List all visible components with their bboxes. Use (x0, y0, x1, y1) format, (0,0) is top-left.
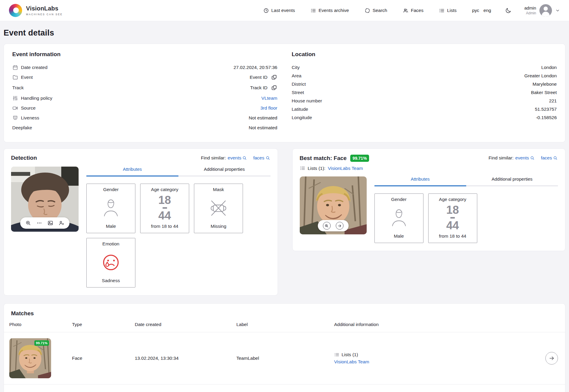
mask-missing-icon (207, 197, 230, 219)
arrow-right-icon (337, 224, 342, 228)
copy-icon (271, 74, 277, 81)
arrow-right-icon (549, 355, 555, 361)
nav-events-archive[interactable]: Events archive (310, 8, 349, 13)
best-match-tabs: Attributes Additional properties (374, 176, 558, 186)
list-icon (334, 352, 339, 357)
list-icon (439, 8, 445, 13)
brand-name: VisionLabs (26, 5, 63, 12)
tab-attributes[interactable]: Attributes (374, 176, 466, 186)
location-panel: Location CityLondon AreaGreater London D… (292, 51, 557, 134)
location-title: Location (292, 51, 557, 58)
image-icon (48, 220, 53, 226)
event-information-panel: Event information Date created 27.02.202… (12, 51, 277, 134)
sliders-icon (12, 95, 18, 101)
brand: VisionLabs MACHINES CAN SEE (9, 4, 63, 17)
handling-policy-link[interactable]: VLteam (261, 96, 277, 101)
search-icon (553, 156, 558, 161)
tab-additional-properties[interactable]: Additional properties (178, 167, 270, 176)
lang-rus[interactable]: рус (472, 8, 479, 13)
person-silhouette-icon (388, 207, 410, 229)
source-link[interactable]: 3rd floor (260, 105, 277, 111)
match-label: TeamLabel (236, 356, 334, 361)
people-icon (403, 8, 409, 13)
app-header: VisionLabs MACHINES CAN SEE Last events … (0, 0, 569, 21)
copy-track-id-button[interactable] (271, 85, 277, 91)
gender-card: Gender Male (86, 184, 135, 233)
tab-additional-properties[interactable]: Additional properties (466, 176, 558, 186)
visionlabs-team-link[interactable]: VisionLabs Team (328, 166, 363, 171)
match-score-badge: 99.71% (350, 155, 369, 162)
location-row-area: AreaGreater London (292, 72, 557, 79)
info-row-track: Track Track ID (12, 84, 277, 92)
pagination: 1 10 (4, 385, 565, 392)
calendar-icon (12, 64, 18, 70)
nav-last-events[interactable]: Last events (263, 8, 295, 13)
avatar (539, 4, 552, 17)
event-info-card: Event information Date created 27.02.202… (4, 44, 565, 142)
zoom-in-button[interactable] (323, 222, 331, 230)
clock-icon (263, 8, 269, 13)
ellipsis-icon (36, 220, 42, 226)
match-type: Face (72, 356, 135, 361)
detection-photo (11, 167, 79, 232)
find-similar-events-link[interactable]: events (228, 155, 247, 161)
video-camera-icon (12, 105, 18, 111)
person-silhouette-icon (100, 197, 122, 219)
tab-attributes[interactable]: Attributes (86, 167, 178, 176)
matches-table-header: Photo Type Date created Label Additional… (4, 317, 565, 332)
info-row-handling-policy: Handling policy VLteam (12, 94, 277, 102)
copy-event-id-button[interactable] (271, 74, 277, 81)
chevron-down-icon (555, 8, 560, 13)
zoom-in-button[interactable] (25, 220, 31, 226)
info-row-event: Event Event ID (12, 73, 277, 81)
dark-mode-toggle[interactable] (505, 7, 511, 14)
zoom-in-icon (325, 224, 329, 228)
list-icon (300, 165, 305, 171)
open-match-button[interactable] (545, 352, 558, 365)
find-similar-events-link[interactable]: events (515, 155, 535, 161)
go-to-face-button[interactable] (336, 222, 343, 230)
info-row-source: Source 3rd floor (12, 104, 277, 112)
location-row-district: DistrictMarylebone (292, 80, 557, 88)
date-created-value: 27.02.2024, 20:57:36 (233, 65, 277, 70)
match-score-badge: 99.71% (34, 340, 49, 346)
person-plus-icon (59, 220, 65, 226)
lang-eng[interactable]: eng (484, 8, 491, 13)
emotion-card: Emotion Sadness (86, 238, 135, 288)
add-to-faces-button[interactable] (59, 220, 65, 226)
search-circle-icon (365, 8, 370, 13)
page-title: Event details (4, 28, 565, 38)
search-icon (265, 156, 270, 161)
find-similar-detection: Find similar: events faces (201, 155, 270, 161)
detection-title: Detection (11, 155, 37, 161)
mask-card: Mask Missing (194, 184, 243, 233)
match-additional-info: Lists (1) VisionLabs Team (334, 352, 531, 365)
find-similar-faces-link[interactable]: faces (253, 155, 270, 161)
location-row-latitude: Latitude51.523757 (292, 105, 557, 113)
user-name: admin (524, 6, 536, 10)
info-row-date-created: Date created 27.02.2024, 20:57:36 (12, 64, 277, 71)
list-icon (310, 8, 316, 13)
nav-faces[interactable]: Faces (403, 8, 423, 13)
age-category-card: Age category 18 44 from 18 to 44 (428, 193, 477, 243)
zoom-in-icon (25, 220, 31, 226)
location-row-house-number: House number221 (292, 97, 557, 104)
nav-search[interactable]: Search (365, 8, 387, 13)
brand-tagline: MACHINES CAN SEE (26, 13, 63, 16)
moon-icon (505, 7, 511, 14)
find-similar-faces-link[interactable]: faces (541, 155, 558, 161)
view-frame-button[interactable] (48, 220, 53, 226)
best-match-lists: Lists (1): VisionLabs Team (300, 165, 369, 171)
nav-lists[interactable]: Lists (439, 8, 457, 13)
matches-card: Matches Photo Type Date created Label Ad… (4, 303, 565, 392)
best-match-photo-toolbar (318, 220, 348, 231)
mask-icon (12, 115, 18, 121)
more-options-button[interactable] (36, 220, 42, 226)
visionlabs-team-link[interactable]: VisionLabs Team (334, 359, 369, 365)
visionlabs-logo-icon (9, 4, 22, 17)
detection-photo-toolbar (20, 217, 70, 229)
matches-title: Matches (4, 310, 565, 317)
detection-tabs: Attributes Additional properties (86, 167, 270, 176)
user-menu[interactable]: admin Admin (524, 4, 560, 17)
copy-icon (271, 85, 277, 91)
